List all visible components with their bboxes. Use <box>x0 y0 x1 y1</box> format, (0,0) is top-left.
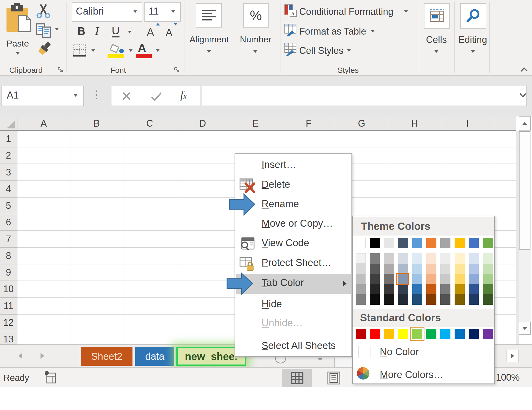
svg-text:a: a <box>291 11 294 16</box>
